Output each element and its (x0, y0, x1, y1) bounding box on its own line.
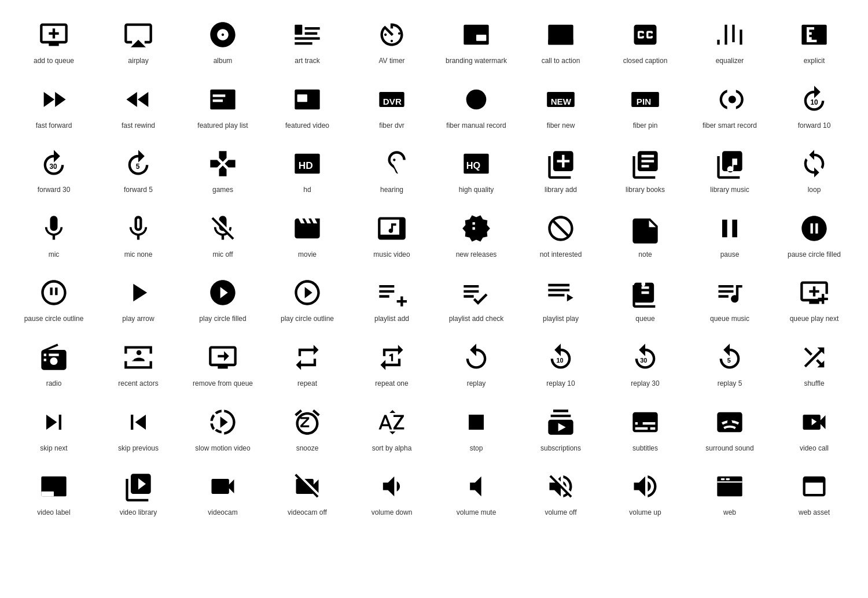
note-icon-symbol (630, 211, 660, 246)
slow-motion-video-icon-symbol (208, 405, 238, 440)
forward-5-icon: 5forward 5 (96, 141, 181, 200)
mic-icon-label: mic (49, 250, 60, 260)
not-interested-icon: not interested (518, 205, 603, 264)
hearing-icon-symbol (377, 146, 407, 181)
svg-text:NEW: NEW (551, 96, 572, 106)
art-track-icon-label: art track (295, 57, 319, 66)
queue-play-next-icon: queue play next (772, 270, 856, 328)
fiber-manual-record-icon: fiber manual record (434, 76, 518, 135)
featured-play-list-icon-label: featured play list (197, 121, 248, 131)
web-icon-label: web (723, 508, 736, 518)
play-circle-filled-icon: play circle filled (181, 270, 265, 328)
repeat-one-icon-label: repeat one (375, 379, 408, 389)
library-music-icon-symbol (715, 146, 745, 181)
volume-up-icon: volume up (603, 463, 687, 522)
replay-5-icon: 5replay 5 (687, 334, 772, 393)
video-label-icon-symbol (39, 469, 69, 504)
loop-icon-symbol (799, 146, 829, 181)
movie-icon-symbol (292, 211, 322, 246)
fast-rewind-icon-symbol (123, 82, 153, 117)
fiber-manual-record-icon-label: fiber manual record (446, 121, 506, 131)
volume-down-icon-label: volume down (372, 508, 413, 518)
volume-down-icon-symbol (377, 469, 407, 504)
fiber-pin-icon-label: fiber pin (633, 121, 658, 131)
radio-icon: radio (12, 334, 96, 393)
videocam-off-icon-symbol (292, 469, 322, 504)
branding-watermark-icon: branding watermark (434, 12, 518, 71)
games-icon-symbol (208, 146, 238, 181)
pause-circle-filled-icon: pause circle filled (772, 205, 856, 264)
forward-10-icon: 10forward 10 (772, 76, 856, 135)
svg-text:5: 5 (136, 163, 140, 171)
volume-down-icon: volume down (350, 463, 434, 522)
fiber-smart-record-icon: fiber smart record (687, 76, 772, 135)
svg-text:30: 30 (49, 163, 57, 171)
svg-rect-11 (213, 94, 226, 97)
playlist-play-icon-label: playlist play (543, 315, 579, 324)
play-arrow-icon-symbol (123, 275, 153, 310)
repeat-one-icon: repeat one (350, 334, 434, 393)
hd-icon-label: hd (303, 186, 311, 195)
play-circle-outline-icon: play circle outline (265, 270, 350, 328)
album-icon-symbol (208, 17, 238, 52)
fiber-pin-icon-symbol: PIN (630, 82, 660, 117)
mic-off-icon-symbol (208, 211, 238, 246)
fiber-dvr-icon-symbol: DVR (377, 82, 407, 117)
skip-previous-icon: skip previous (96, 399, 181, 458)
explicit-icon-symbol (799, 17, 829, 52)
volume-up-icon-label: volume up (629, 508, 661, 518)
explicit-icon-label: explicit (804, 57, 825, 66)
video-call-icon-symbol (799, 405, 829, 440)
svg-rect-3 (305, 27, 320, 29)
pause-icon-symbol (715, 211, 745, 246)
mic-off-icon: mic off (181, 205, 265, 264)
not-interested-icon-label: not interested (540, 250, 582, 260)
note-icon: note (603, 205, 687, 264)
svg-rect-8 (548, 40, 573, 45)
library-add-icon: library add (518, 141, 603, 200)
forward-30-icon: 30forward 30 (12, 141, 96, 200)
surround-sound-icon: surround sound (687, 399, 772, 458)
svg-rect-4 (305, 32, 318, 35)
forward-30-icon-label: forward 30 (38, 186, 71, 195)
fast-forward-icon: fast forward (12, 76, 96, 135)
svg-text:30: 30 (640, 357, 647, 364)
high-quality-icon-symbol: HQ (461, 146, 491, 181)
fiber-dvr-icon-label: fiber dvr (379, 121, 404, 131)
volume-off-icon-symbol (546, 469, 576, 504)
featured-play-list-icon-symbol (208, 82, 238, 117)
featured-video-icon-label: featured video (285, 121, 329, 131)
branding-watermark-icon-symbol (461, 17, 491, 52)
volume-mute-icon: volume mute (434, 463, 518, 522)
forward-10-icon-symbol: 10 (799, 82, 829, 117)
shuffle-icon-label: shuffle (804, 379, 824, 389)
recent-actors-icon-label: recent actors (118, 379, 158, 389)
radio-icon-label: radio (46, 379, 62, 389)
sort-by-alpha-icon: sort by alpha (350, 399, 434, 458)
new-releases-icon-label: new releases (456, 250, 497, 260)
mic-icon: mic (12, 205, 96, 264)
svg-rect-14 (297, 94, 307, 102)
svg-rect-36 (721, 478, 725, 480)
repeat-icon: repeat (265, 334, 350, 393)
queue-icon-label: queue (635, 315, 654, 324)
shuffle-icon-symbol (799, 340, 829, 375)
queue-play-next-icon-symbol (799, 275, 829, 310)
branding-watermark-icon-label: branding watermark (446, 57, 507, 66)
queue-music-icon-label: queue music (710, 315, 749, 324)
subtitles-icon-label: subtitles (632, 444, 658, 453)
volume-mute-icon-symbol (461, 469, 491, 504)
av-timer-icon-label: AV timer (378, 57, 404, 66)
replay-10-icon: 10replay 10 (518, 334, 603, 393)
library-add-icon-label: library add (545, 186, 577, 195)
mic-none-icon-label: mic none (124, 250, 153, 260)
hearing-icon: hearing (350, 141, 434, 200)
svg-rect-1 (295, 42, 312, 45)
loop-icon-label: loop (808, 186, 821, 195)
featured-play-list-icon: featured play list (181, 76, 265, 135)
fast-rewind-icon: fast rewind (96, 76, 181, 135)
call-to-action-icon: call to action (518, 12, 603, 71)
replay-10-icon-symbol: 10 (546, 340, 576, 375)
videocam-off-icon: videocam off (265, 463, 350, 522)
pause-circle-filled-icon-symbol (799, 211, 829, 246)
